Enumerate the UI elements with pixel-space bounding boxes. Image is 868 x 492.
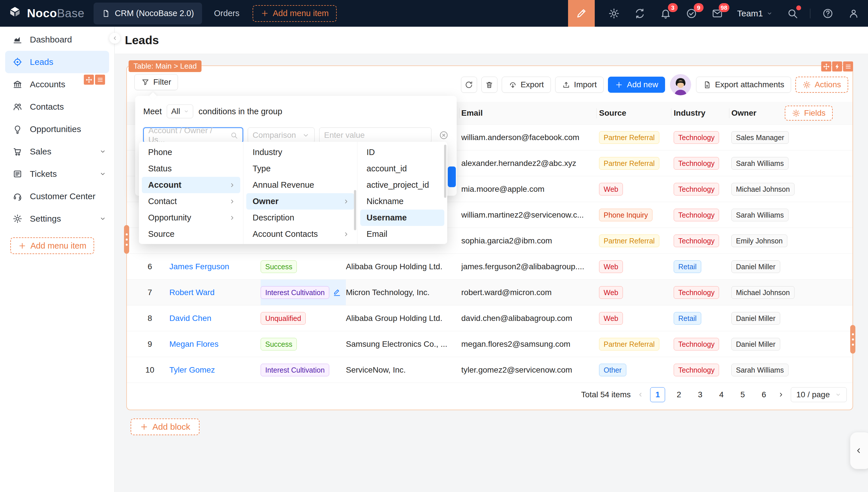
column-header-source[interactable]: Source: [599, 102, 626, 124]
cascade-item-type[interactable]: Type: [246, 161, 354, 177]
sidebar-item-customer-center[interactable]: Customer Center: [0, 185, 114, 207]
import-button[interactable]: Import: [555, 77, 604, 93]
table-row[interactable]: 7 Robert Ward Interest Cultivation Micro…: [127, 279, 852, 305]
sidebar-item-opportunities[interactable]: Opportunities: [0, 118, 114, 140]
nav-tab-orders[interactable]: Orders: [214, 8, 240, 18]
pagination-prev-icon[interactable]: [637, 391, 644, 398]
cascade-item-owner[interactable]: Owner: [246, 193, 354, 210]
cascade-item-phone[interactable]: Phone: [142, 144, 240, 161]
cascade-item-annual-revenue[interactable]: Annual Revenue: [246, 177, 354, 193]
nocobase-logo[interactable]: NocoBase: [7, 6, 84, 21]
scrollbar-thumb[interactable]: [444, 145, 446, 198]
pagination-page-2[interactable]: 2: [671, 387, 686, 402]
sidebar-item-tickets[interactable]: Tickets: [0, 163, 114, 185]
navbar-add-menu-item-button[interactable]: Add menu item: [253, 5, 337, 22]
sync-icon[interactable]: [634, 8, 646, 19]
cascade-item-account-id[interactable]: account_id: [360, 161, 444, 177]
messages-icon[interactable]: 98: [712, 8, 723, 19]
status-cell[interactable]: Interest Cultivation: [261, 357, 346, 383]
filter-comparison-select[interactable]: Comparison: [248, 127, 315, 143]
export-button[interactable]: Export: [502, 77, 551, 93]
lead-name-link[interactable]: Tyler Gomez: [169, 365, 215, 375]
cascade-item-email[interactable]: Email: [360, 226, 444, 242]
cascade-item-id[interactable]: ID: [360, 144, 444, 161]
help-icon[interactable]: [822, 8, 834, 19]
right-drawer-toggle[interactable]: [850, 432, 868, 469]
block-menu-icon[interactable]: [843, 62, 853, 72]
cascade-item-username[interactable]: Username: [360, 210, 444, 226]
filter-operator-select[interactable]: All: [167, 104, 193, 118]
sidebar-item-settings[interactable]: Settings: [0, 207, 114, 230]
cascade-item-account-contacts[interactable]: Account Contacts: [246, 226, 354, 242]
drag-handle-icon[interactable]: [84, 75, 94, 85]
sidebar-item-dashboard[interactable]: Dashboard: [0, 28, 114, 51]
sidebar-add-menu-item-button[interactable]: Add menu item: [10, 238, 94, 254]
cascade-item-account-opportunities[interactable]: Account Opportunities: [246, 242, 354, 244]
drag-handle-icon[interactable]: [821, 62, 831, 72]
cascade-item-contact[interactable]: Contact: [142, 193, 240, 210]
cascade-item-status[interactable]: Status: [142, 161, 240, 177]
status-cell[interactable]: Success: [261, 254, 346, 279]
filter-value-input[interactable]: Enter value: [319, 127, 431, 143]
cascade-item-description[interactable]: Description: [246, 210, 354, 226]
block-resize-handle-right[interactable]: [850, 325, 855, 354]
lead-name-link[interactable]: James Ferguson: [169, 262, 229, 271]
cascade-item-opportunity[interactable]: Opportunity: [142, 210, 240, 226]
remove-condition-icon[interactable]: [439, 130, 449, 140]
sidebar-item-leads[interactable]: Leads: [5, 51, 109, 73]
status-cell[interactable]: Unqualified: [261, 305, 346, 331]
actions-designer-button[interactable]: Actions: [795, 77, 848, 93]
lead-name-link[interactable]: Megan Flores: [169, 340, 218, 349]
cascade-item-source[interactable]: Source: [142, 226, 240, 242]
filter-field-select[interactable]: Account / Owner / Us...: [143, 127, 243, 143]
table-row[interactable]: 9 Megan Flores Success Samsung Electroni…: [127, 331, 852, 357]
table-row[interactable]: 10 Tyler Gomez Interest Cultivation Serv…: [127, 357, 852, 383]
cascade-item-nickname[interactable]: Nickname: [360, 193, 444, 210]
filter-submit-button-partial[interactable]: [448, 167, 456, 187]
pagination-page-6[interactable]: 6: [757, 387, 771, 402]
lead-name-link[interactable]: Robert Ward: [169, 288, 215, 297]
ui-editor-button[interactable]: [568, 0, 595, 27]
edit-icon[interactable]: [333, 288, 341, 297]
status-cell[interactable]: Interest Cultivation: [261, 279, 346, 305]
nav-tab-crm[interactable]: CRM (NocoBase 2.0): [94, 3, 202, 24]
delete-button[interactable]: [481, 77, 497, 93]
add-new-button[interactable]: Add new: [608, 77, 665, 93]
pagination-page-1[interactable]: 1: [650, 387, 665, 402]
status-cell[interactable]: Success: [261, 331, 346, 357]
column-header-email[interactable]: Email: [461, 102, 483, 124]
user-account-icon[interactable]: [848, 8, 860, 19]
pagination-page-5[interactable]: 5: [735, 387, 750, 402]
sidebar-item-contacts[interactable]: Contacts: [0, 96, 114, 118]
sidebar-collapse-button[interactable]: [109, 33, 120, 44]
pagination-next-icon[interactable]: [777, 391, 785, 398]
cascade-item-industry[interactable]: Industry: [246, 144, 354, 161]
sidebar-item-sales[interactable]: Sales: [0, 140, 114, 163]
block-actions-icon[interactable]: [832, 62, 842, 72]
table-row[interactable]: 6 James Ferguson Success Alibaba Group H…: [127, 254, 852, 279]
menu-designer-icon[interactable]: [95, 75, 105, 85]
notifications-bell-icon[interactable]: 3: [660, 8, 671, 19]
export-attachments-button[interactable]: Export attachments: [696, 77, 791, 93]
avatar[interactable]: [670, 74, 691, 95]
tasks-icon[interactable]: 9: [686, 8, 697, 19]
source-cell: Other: [599, 357, 672, 383]
team-selector[interactable]: Team1: [737, 8, 773, 18]
cascade-item-active-project-id[interactable]: active_project_id: [360, 177, 444, 193]
table-row[interactable]: 8 David Chen Unqualified Alibaba Group H…: [127, 305, 852, 331]
refresh-button[interactable]: [461, 77, 477, 93]
page-size-select[interactable]: 10 / page: [791, 387, 847, 402]
add-block-button[interactable]: Add block: [131, 419, 199, 435]
search-icon-button[interactable]: [787, 8, 798, 19]
pagination-page-4[interactable]: 4: [714, 387, 729, 402]
pagination-page-3[interactable]: 3: [693, 387, 708, 402]
fields-designer-button[interactable]: Fields: [785, 106, 833, 121]
lead-name-link[interactable]: David Chen: [169, 314, 211, 323]
column-header-owner[interactable]: Owner: [731, 102, 757, 124]
filter-button[interactable]: Filter: [134, 74, 178, 90]
plugin-settings-icon[interactable]: [608, 8, 620, 19]
column-header-industry[interactable]: Industry: [674, 102, 705, 124]
scrollbar-thumb[interactable]: [354, 190, 356, 230]
cascade-item-account[interactable]: Account: [142, 177, 240, 193]
block-resize-handle-left[interactable]: [124, 225, 129, 254]
